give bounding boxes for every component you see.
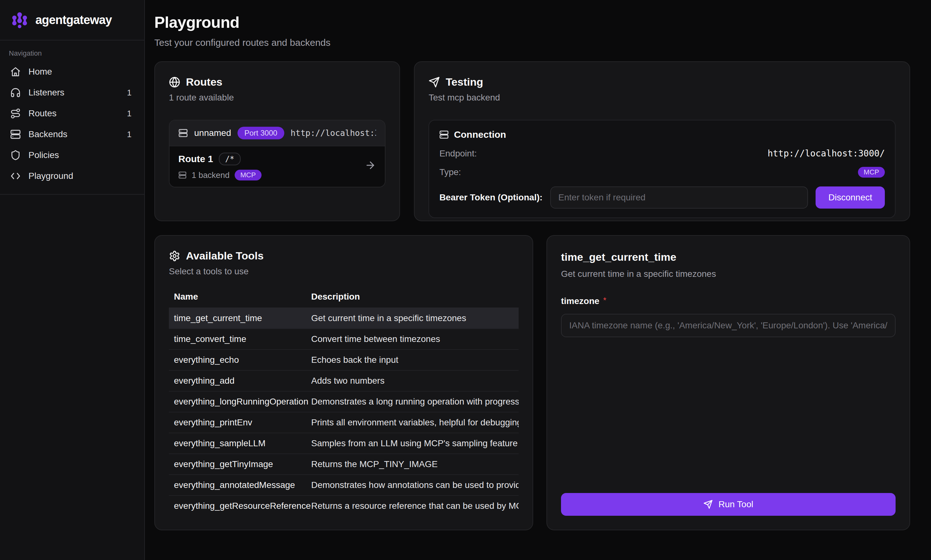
tool-runner-panel: time_get_current_time Get current time i… (546, 235, 910, 530)
code-icon (10, 171, 21, 182)
sidebar-item-policies[interactable]: Policies (5, 145, 139, 166)
available-tools-card: Available Tools Select a tools to use Na… (154, 235, 533, 530)
available-tools-title: Available Tools (186, 250, 264, 262)
sidebar-item-count: 1 (127, 109, 134, 118)
sidebar-item-count: 1 (127, 129, 134, 139)
arrow-right-icon (365, 160, 376, 174)
tool-description: Returns the MCP_TINY_IMAGE (311, 459, 519, 469)
run-tool-label: Run Tool (718, 499, 753, 509)
sidebar-item-count: 1 (127, 88, 134, 98)
route-backend-count: 1 backend (192, 170, 230, 180)
tool-description: Demonstrates a long running operation wi… (311, 397, 519, 407)
tool-row[interactable]: everything_getTinyImage Returns the MCP_… (169, 454, 519, 475)
sidebar-item-label: Policies (28, 150, 134, 160)
tool-name: everything_getResourceReference (169, 501, 311, 511)
tool-description: Convert time between timezones (311, 334, 519, 344)
sidebar-item-label: Listeners (28, 88, 120, 98)
tool-row[interactable]: everything_annotatedMessage Demonstrates… (169, 475, 519, 496)
tool-description: Samples from an LLM using MCP's sampling… (311, 438, 519, 448)
route-path-badge: /* (219, 152, 240, 165)
tool-description: Adds two numbers (311, 376, 519, 386)
server-icon (178, 128, 188, 138)
table-header-row: Name Description (169, 292, 519, 308)
brand-name: agentgateway (35, 13, 112, 27)
tool-row[interactable]: everything_echo Echoes back the input (169, 350, 519, 371)
type-badge: MCP (858, 167, 885, 178)
column-header-name: Name (169, 292, 311, 302)
tool-name: everything_annotatedMessage (169, 480, 311, 490)
send-icon (703, 500, 713, 509)
listener-url: http://localhost:3000/ (291, 128, 376, 138)
sidebar-item-label: Routes (28, 108, 120, 118)
tool-name: time_get_current_time (169, 313, 311, 323)
table-body: time_get_current_time Get current time i… (169, 308, 519, 516)
port-badge: Port 3000 (237, 127, 284, 139)
server-icon (439, 130, 449, 139)
available-tools-subtitle: Select a tools to use (169, 266, 519, 277)
tool-runner-description: Get current time in a specific timezones (561, 269, 896, 279)
tool-name: time_convert_time (169, 334, 311, 344)
tool-runner-title: time_get_current_time (561, 251, 896, 263)
send-icon (429, 77, 440, 88)
listener-row: unnamed Port 3000 http://localhost:3000/ (170, 120, 385, 146)
headphones-icon (10, 87, 21, 98)
agentgateway-logo (10, 11, 29, 29)
param-label-timezone: timezone (561, 296, 599, 306)
column-header-description: Description (311, 292, 519, 302)
sidebar-item-label: Home (28, 67, 134, 77)
route-type-badge: MCP (235, 170, 262, 180)
disconnect-button[interactable]: Disconnect (815, 186, 885, 209)
globe-icon (169, 77, 180, 88)
tool-row[interactable]: everything_getResourceReference Returns … (169, 496, 519, 516)
tool-row[interactable]: everything_sampleLLM Samples from an LLM… (169, 433, 519, 454)
shield-icon (10, 150, 21, 160)
bearer-token-input[interactable] (550, 186, 808, 209)
timezone-input[interactable] (561, 314, 896, 337)
sidebar-item-playground[interactable]: Playground (5, 166, 139, 186)
route-row[interactable]: Route 1 /* 1 backend MCP (170, 146, 385, 187)
sidebar-nav: Home Listeners 1 Routes 1 Backe (0, 61, 144, 186)
brand[interactable]: agentgateway (0, 0, 144, 40)
server-icon (10, 129, 21, 140)
page-subtitle: Test your configured routes and backends (154, 37, 910, 48)
sidebar-item-label: Backends (28, 129, 120, 139)
type-label: Type: (439, 167, 461, 177)
tool-name: everything_printEnv (169, 417, 311, 428)
tool-row[interactable]: everything_add Adds two numbers (169, 371, 519, 392)
connection-title: Connection (454, 129, 506, 140)
tool-description: Echoes back the input (311, 355, 519, 365)
sidebar: agentgateway Navigation Home Listeners 1 (0, 0, 145, 560)
tool-name: everything_getTinyImage (169, 459, 311, 469)
bearer-token-label: Bearer Token (Optional): (439, 192, 543, 203)
run-tool-button[interactable]: Run Tool (561, 493, 896, 516)
connection-panel: Connection Endpoint: http://localhost:30… (429, 120, 896, 218)
tool-row[interactable]: everything_printEnv Prints all environme… (169, 412, 519, 433)
route-icon (10, 108, 21, 119)
endpoint-value: http://localhost:3000/ (768, 148, 885, 158)
sidebar-item-listeners[interactable]: Listeners 1 (5, 82, 139, 103)
app-root: agentgateway Navigation Home Listeners 1 (0, 0, 931, 560)
listener-name: unnamed (194, 128, 231, 138)
page-title: Playground (154, 13, 910, 32)
tool-description: Demonstrates how annotations can be used… (311, 480, 519, 490)
tool-row[interactable]: everything_longRunningOperation Demonstr… (169, 392, 519, 412)
tool-row[interactable]: time_convert_time Convert time between t… (169, 329, 519, 350)
testing-card-title: Testing (445, 76, 483, 88)
testing-card-subtitle: Test mcp backend (429, 92, 896, 103)
route-name: Route 1 (178, 154, 213, 164)
tool-name: everything_add (169, 376, 311, 386)
tool-name: everything_longRunningOperation (169, 397, 311, 407)
tools-table: Name Description time_get_current_time G… (169, 292, 519, 516)
listener-group: unnamed Port 3000 http://localhost:3000/… (169, 120, 385, 188)
routes-card: Routes 1 route available unnamed Port 30… (154, 61, 400, 221)
sidebar-item-label: Playground (28, 171, 134, 181)
sidebar-item-home[interactable]: Home (5, 61, 139, 82)
tool-row[interactable]: time_get_current_time Get current time i… (169, 308, 519, 329)
tool-description: Prints all environment variables, helpfu… (311, 417, 519, 428)
endpoint-label: Endpoint: (439, 149, 476, 158)
routes-card-title: Routes (186, 76, 222, 88)
tool-name: everything_echo (169, 355, 311, 365)
testing-card: Testing Test mcp backend Connection Endp… (414, 61, 910, 221)
sidebar-item-backends[interactable]: Backends 1 (5, 124, 139, 145)
sidebar-item-routes[interactable]: Routes 1 (5, 103, 139, 124)
